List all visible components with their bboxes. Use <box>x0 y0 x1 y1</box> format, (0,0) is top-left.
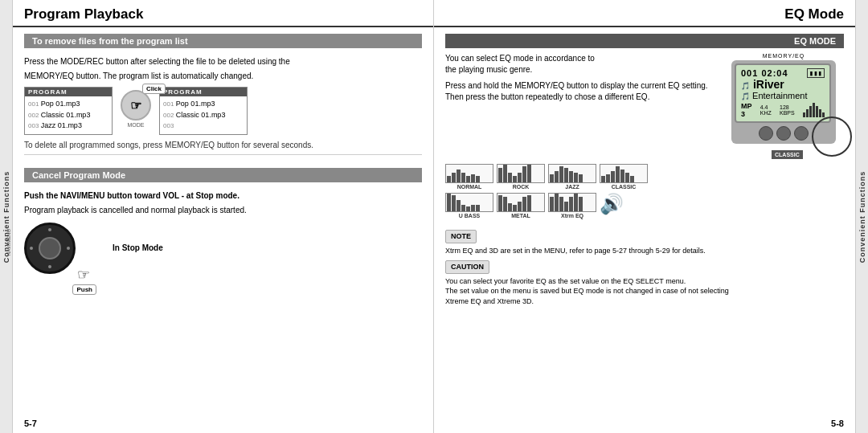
program-box-after: PROGRAM 001 Pop 01.mp3 002 Classic 01.mp… <box>159 87 248 135</box>
section2-bold: Push the NAVI/MENU button toward VOL - a… <box>24 190 422 202</box>
battery-icon: ▮▮▮ <box>807 68 825 78</box>
device-brand: 🎵 iRiver <box>741 78 825 91</box>
right-side-label-text: Convenient Functions <box>858 170 866 263</box>
note-label: NOTE <box>445 230 477 243</box>
eq-bars-classic <box>600 164 648 183</box>
navi-menu-label: NAVI/MENU <box>6 229 11 255</box>
eq-metal: METAL <box>497 193 545 225</box>
right-page-title: EQ Mode <box>434 0 855 27</box>
right-page-inner: EQ Mode EQ MODE You can select EQ mode i… <box>434 0 855 433</box>
classic-area: CLASSIC <box>772 149 844 159</box>
eq-metal-label: METAL <box>511 213 530 219</box>
eq-visuals-area: NORMAL ROCK <box>434 159 855 225</box>
section1-header: To remove files from the program list <box>24 34 422 48</box>
push-area: NAVI/MENU ☞ Push In Stop Mode <box>24 223 422 277</box>
section2-header: Cancel Program Mode <box>24 168 422 182</box>
note-box: NOTE Xtrm EQ and 3D are set in the MENU,… <box>445 230 844 255</box>
right-side-label: Convenient Functions <box>855 0 868 433</box>
eq-normal-label: NORMAL <box>457 184 482 190</box>
caution-label: CAUTION <box>445 260 489 274</box>
program-box-after-header: PROGRAM <box>160 88 247 96</box>
eq-rock: ROCK <box>497 164 545 190</box>
program-boxes: PROGRAM 001 Pop 01.mp3 002 Classic 01.mp… <box>24 87 422 135</box>
device-bottom: MP 3 4.4 KHZ 128 KBPS <box>741 102 825 118</box>
eq-xtrm: Xtrm EQ <box>548 193 596 225</box>
eq-row-bottom: U BASS METAL <box>445 193 844 225</box>
eq-rock-label: ROCK <box>513 184 530 190</box>
circle-indicator <box>812 116 852 157</box>
device-time: 001 02:04 <box>741 68 788 78</box>
navi-device: NAVI/MENU ☞ Push <box>24 223 79 277</box>
eq-body2: the playing music genre. <box>445 64 717 76</box>
section2-content: Push the NAVI/MENU button toward VOL - a… <box>13 187 433 287</box>
device-sub: 🎵 Entertainment <box>741 91 825 100</box>
eq-bars-rock <box>497 164 545 183</box>
eq-classic: CLASSIC <box>600 164 648 190</box>
classic-badge: CLASSIC <box>772 150 803 159</box>
delete-note: To delete all programmed songs, press ME… <box>24 140 422 155</box>
section1-content: Press the MODE/REC button after selectin… <box>13 53 433 161</box>
program-box-after-content: 001 Pop 01.mp3 002 Classic 01.mp3 003 <box>160 96 247 134</box>
eq-row-top: NORMAL ROCK <box>445 164 844 190</box>
right-page-num: 5-8 <box>831 419 844 428</box>
eq-bars-ubass <box>445 193 493 212</box>
eq-classic-label: CLASSIC <box>612 184 637 190</box>
eq-body1: You can select EQ mode in accordance to <box>445 53 717 64</box>
eq-bars-metal <box>497 193 545 212</box>
program-box-before-header: PROGRAM <box>25 88 112 96</box>
caution-box: CAUTION You can select your favorite EQ … <box>445 260 844 306</box>
eq-bars-normal <box>445 164 493 183</box>
eq-normal: NORMAL <box>445 164 493 190</box>
mode-label: MODE <box>128 122 145 128</box>
program-box-before-content: 001 Pop 01.mp3 002 Classic 01.mp3 003 Ja… <box>25 96 112 134</box>
click-circle: Click ☞ <box>121 90 151 121</box>
eq-bars-xtrm <box>548 193 596 212</box>
speaker-icon: 🔊 <box>600 193 624 215</box>
stop-mode-label: In Stop Mode <box>113 243 163 254</box>
section2-body: Program playback is cancelled and normal… <box>24 205 422 216</box>
caution-text3: Xtreme EQ and Xtreme 3D. <box>445 296 844 307</box>
eq-mode-bar: EQ MODE <box>445 34 844 48</box>
hand-icon: ☞ <box>130 98 141 113</box>
push-label: Push <box>72 284 96 295</box>
device-screen: 001 02:04 ▮▮▮ 🎵 iRiver 🎵 Entertainment <box>735 63 831 123</box>
caution-text2: The set value on the menu is saved but E… <box>445 286 844 296</box>
caution-text1: You can select your favorite EQ as the s… <box>445 276 844 287</box>
left-page-num: 5-7 <box>24 419 37 428</box>
right-title-text: EQ Mode <box>784 6 844 22</box>
eq-xtrm-label: Xtrm EQ <box>561 213 583 219</box>
eq-ubass-label: U BASS <box>459 213 480 219</box>
device-eq-bars <box>803 103 825 117</box>
speaker-icon-area: 🔊 <box>600 193 624 225</box>
left-title-text: Program Playback <box>24 6 143 22</box>
push-hand: ☞ <box>77 266 90 284</box>
left-page-title: Program Playback <box>13 0 433 27</box>
eq-main-layout: You can select EQ mode in accordance to … <box>434 53 855 159</box>
eq-ubass: U BASS <box>445 193 493 225</box>
click-label: Click <box>142 84 166 94</box>
eq-bars-jazz <box>548 164 596 183</box>
click-button-area: Click ☞ MODE <box>121 90 151 128</box>
memory-eq-label: MEMORY/EQ <box>723 53 844 59</box>
eq-jazz-label: JAZZ <box>565 184 579 190</box>
left-side-label: Convenient Functions <box>0 0 13 433</box>
eq-jazz: JAZZ <box>548 164 596 190</box>
program-box-before: PROGRAM 001 Pop 01.mp3 002 Classic 01.mp… <box>24 87 113 135</box>
eq-body3: Press and hold the MEMORY/EQ button to d… <box>445 80 717 103</box>
note-text: Xtrm EQ and 3D are set in the MENU, refe… <box>445 246 844 256</box>
eq-text-col: You can select EQ mode in accordance to … <box>445 53 717 159</box>
device-column: MEMORY/EQ 001 02:04 ▮▮▮ 🎵 iRiver <box>723 53 844 159</box>
